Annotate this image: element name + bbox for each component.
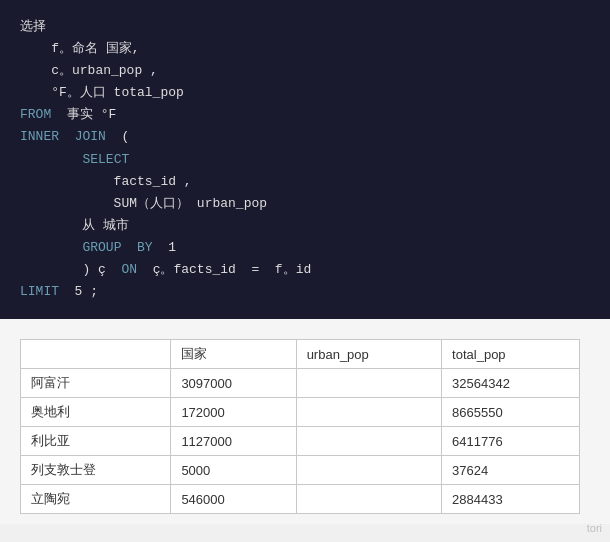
table-row: 列支敦士登 5000 37624 <box>21 456 580 485</box>
code-line-4: °F。人口 total_pop <box>20 82 590 104</box>
code-line-12: ) ç ON ç。facts_id = f。id <box>20 259 590 281</box>
code-section: 选择 f。命名 国家, c。urban_pop , °F。人口 total_po… <box>0 0 610 319</box>
code-line-6: INNER JOIN ( <box>20 126 590 148</box>
row-country: 172000 <box>171 398 296 427</box>
code-line-10: 从 城市 <box>20 215 590 237</box>
code-line-8: facts_id , <box>20 171 590 193</box>
code-line-3: c。urban_pop , <box>20 60 590 82</box>
code-line-11: GROUP BY 1 <box>20 237 590 259</box>
code-line-13: LIMIT 5 ; <box>20 281 590 303</box>
code-line-1: 选择 <box>20 16 590 38</box>
row-country: 546000 <box>171 485 296 514</box>
row-total-pop: 8665550 <box>442 398 580 427</box>
row-total-pop: 2884433 <box>442 485 580 514</box>
code-line-2: f。命名 国家, <box>20 38 590 60</box>
row-urban-pop <box>296 369 441 398</box>
col-header-urban-pop: urban_pop <box>296 340 441 369</box>
row-name: 利比亚 <box>21 427 171 456</box>
table-row: 奥地利 172000 8665550 <box>21 398 580 427</box>
table-row: 立陶宛 546000 2884433 <box>21 485 580 514</box>
row-total-pop: 6411776 <box>442 427 580 456</box>
table-row: 利比亚 1127000 6411776 <box>21 427 580 456</box>
row-country: 3097000 <box>171 369 296 398</box>
table-header-row: 国家 urban_pop total_pop <box>21 340 580 369</box>
col-header-country: 国家 <box>171 340 296 369</box>
row-country: 5000 <box>171 456 296 485</box>
col-header-total-pop: total_pop <box>442 340 580 369</box>
results-table: 国家 urban_pop total_pop 阿富汗 3097000 32564… <box>20 339 580 514</box>
table-row: 阿富汗 3097000 32564342 <box>21 369 580 398</box>
row-name: 阿富汗 <box>21 369 171 398</box>
col-header-empty <box>21 340 171 369</box>
row-total-pop: 37624 <box>442 456 580 485</box>
row-country: 1127000 <box>171 427 296 456</box>
code-line-7: SELECT <box>20 149 590 171</box>
row-urban-pop <box>296 485 441 514</box>
row-urban-pop <box>296 456 441 485</box>
row-total-pop: 32564342 <box>442 369 580 398</box>
code-line-9: SUM（人口） urban_pop <box>20 193 590 215</box>
code-line-5: FROM 事实 °F <box>20 104 590 126</box>
watermark: tori <box>587 522 602 534</box>
row-name: 列支敦士登 <box>21 456 171 485</box>
row-urban-pop <box>296 427 441 456</box>
row-name: 立陶宛 <box>21 485 171 514</box>
row-name: 奥地利 <box>21 398 171 427</box>
row-urban-pop <box>296 398 441 427</box>
table-section: 国家 urban_pop total_pop 阿富汗 3097000 32564… <box>0 319 610 524</box>
